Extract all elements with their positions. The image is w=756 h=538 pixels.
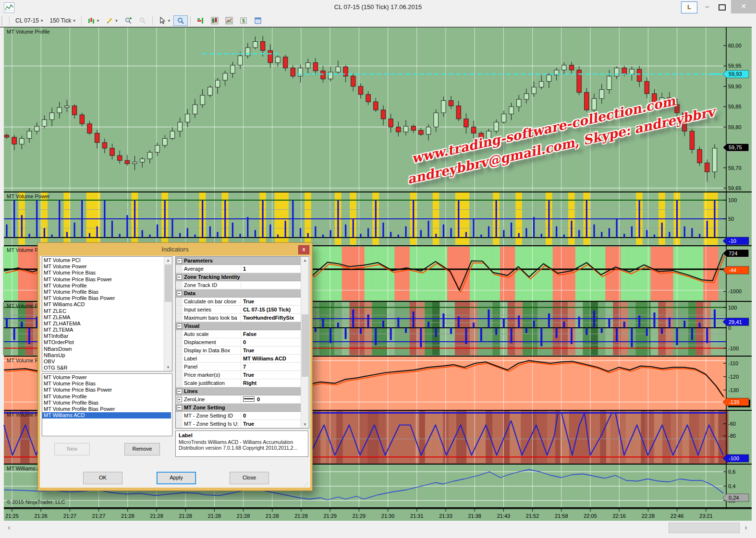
- property-row[interactable]: Price marker(s)True: [176, 371, 301, 379]
- list-item[interactable]: MT ZLTEMA: [42, 327, 164, 333]
- close-button-dialog[interactable]: Close: [230, 472, 269, 484]
- svg-text:21:43: 21:43: [497, 513, 511, 519]
- chart-trader-button[interactable]: [193, 15, 207, 26]
- instrument-dropdown[interactable]: CL 07-15▾: [12, 16, 46, 25]
- cursor-button[interactable]: ▾: [155, 15, 174, 26]
- property-group-row[interactable]: −Data: [176, 289, 301, 298]
- svg-text:100: 100: [728, 305, 737, 311]
- list-item[interactable]: MT Volume Price Bias: [42, 381, 171, 387]
- candle: [630, 69, 634, 74]
- list-item[interactable]: MT Volume Profile Bias: [42, 400, 171, 406]
- scroll-right-icon[interactable]: ›: [739, 522, 753, 533]
- property-row[interactable]: Input seriesCL 07-15 (150 Tick): [176, 306, 301, 314]
- list-item[interactable]: MT Volume Profile Bias Power: [42, 295, 164, 301]
- property-row[interactable]: MT - Zone Setting Is U:True: [176, 420, 301, 428]
- property-row[interactable]: Scale justificationRight: [176, 379, 301, 387]
- remove-button[interactable]: Remove: [124, 443, 160, 455]
- property-row[interactable]: Display in Data BoxTrue: [176, 347, 301, 355]
- candle: [494, 122, 499, 132]
- property-row[interactable]: LabelMT Williams ACD: [176, 355, 301, 363]
- candle: [170, 131, 174, 138]
- list-item[interactable]: MT Volume Power: [42, 263, 164, 270]
- svg-text:MT Volume Power: MT Volume Power: [7, 193, 50, 199]
- chart-properties-button[interactable]: [251, 15, 265, 26]
- svg-text:29,41: 29,41: [729, 319, 742, 325]
- list-item[interactable]: MT ZLEC: [42, 308, 164, 314]
- toolbar-grip[interactable]: [1, 16, 5, 25]
- property-row[interactable]: Auto scaleFalse: [176, 330, 301, 338]
- list-item[interactable]: NBarsUp: [42, 352, 164, 359]
- list-item[interactable]: MT Williams ACD: [42, 301, 164, 308]
- configured-indicators-list[interactable]: MT Volume PowerMT Volume Price BiasMT Vo…: [42, 373, 172, 436]
- property-row[interactable]: Maximum bars look baTwoHundredFiftySix: [176, 314, 301, 322]
- list-item[interactable]: MT Volume Profile: [42, 394, 171, 400]
- property-row[interactable]: +ZeroLine0: [176, 395, 301, 404]
- svg-text:0,24: 0,24: [729, 495, 739, 501]
- candle: [147, 152, 152, 159]
- available-indicators-list[interactable]: MT Volume PCIMT Volume PowerMT Volume Pr…: [42, 256, 172, 371]
- candle: [215, 80, 219, 87]
- list-item[interactable]: MT Volume Power: [42, 374, 171, 381]
- list-item[interactable]: MT Volume Price Bias Power: [42, 387, 171, 393]
- svg-text:-130: -130: [728, 387, 739, 393]
- new-button[interactable]: New: [54, 443, 90, 455]
- property-grid-scrollbar[interactable]: ▲ ▼: [301, 257, 309, 428]
- regression-channel-button[interactable]: [222, 15, 236, 26]
- resize-grip[interactable]: ⋰: [304, 482, 309, 487]
- list-item[interactable]: MT Volume Price Bias: [42, 270, 164, 276]
- link-button[interactable]: L: [681, 1, 697, 13]
- property-row[interactable]: MT - Zone Setting ID0: [176, 412, 301, 420]
- list-item[interactable]: MTInfoBar: [42, 333, 164, 339]
- list-item[interactable]: MT Volume PCI: [42, 257, 164, 263]
- zoom-out-button[interactable]: [135, 15, 150, 26]
- data-series-button[interactable]: [207, 15, 222, 26]
- minimize-button[interactable]: –: [700, 1, 714, 12]
- list-item[interactable]: MT Williams ACD: [42, 412, 171, 418]
- property-group-row[interactable]: −Parameters: [176, 257, 301, 265]
- list-item[interactable]: MT Volume Profile: [42, 283, 164, 289]
- collapse-icon: −: [177, 389, 182, 394]
- close-button[interactable]: ✕: [731, 0, 756, 13]
- list-item[interactable]: OTG S&R: [42, 365, 164, 371]
- horizontal-scrollbar[interactable]: ‹ ›: [0, 521, 756, 534]
- property-row[interactable]: Average1: [176, 265, 301, 273]
- interval-dropdown[interactable]: 150 Tick▾: [46, 16, 78, 25]
- scroll-left-icon[interactable]: ‹: [2, 522, 16, 533]
- svg-text:59,85: 59,85: [728, 104, 742, 109]
- property-row[interactable]: Calculate on bar closeTrue: [176, 298, 301, 306]
- svg-text:59,80: 59,80: [728, 124, 742, 130]
- property-group-row[interactable]: −Lines: [176, 387, 301, 395]
- property-group-row[interactable]: −Zone Tracking Identity: [176, 273, 301, 281]
- list-item[interactable]: NBarsDown: [42, 346, 164, 352]
- available-list-scrollbar[interactable]: ▲ ▼: [164, 257, 172, 371]
- svg-text:0,6: 0,6: [728, 469, 735, 475]
- list-item[interactable]: MT Volume Profile Bias: [42, 289, 164, 295]
- dialog-close-button[interactable]: x: [298, 245, 309, 254]
- zoom-in-button[interactable]: [121, 15, 135, 26]
- candle: [712, 148, 717, 172]
- list-item[interactable]: MTOrderPlot: [42, 339, 164, 346]
- property-group-row[interactable]: −MT Zone Setting: [176, 404, 301, 412]
- property-row[interactable]: Zone Track ID: [176, 281, 301, 289]
- scrollbar-thumb[interactable]: [669, 523, 740, 533]
- chart-style-button[interactable]: ▾: [84, 15, 103, 26]
- maximize-button[interactable]: [715, 1, 729, 12]
- list-item[interactable]: OBV: [42, 359, 164, 365]
- crosshair-button[interactable]: [173, 15, 188, 26]
- drawing-tools-button[interactable]: ▾: [102, 15, 121, 26]
- list-item[interactable]: MT ZLEMA: [42, 314, 164, 321]
- property-row[interactable]: Panel7: [176, 363, 301, 371]
- property-row[interactable]: Displacement0: [176, 338, 301, 347]
- property-group-row[interactable]: −Visual: [176, 322, 301, 330]
- ok-button[interactable]: OK: [83, 472, 122, 484]
- account-dollar-button[interactable]: $: [236, 15, 251, 26]
- list-item[interactable]: MT Volume Profile Bias Power: [42, 406, 171, 412]
- svg-text:21:28: 21:28: [179, 513, 192, 519]
- apply-button[interactable]: Apply: [157, 472, 196, 484]
- data-series-icon: [211, 17, 219, 24]
- list-item[interactable]: MT Volume Price Bias Power: [42, 276, 164, 283]
- list-item[interactable]: MT ZLHATEMA: [42, 321, 164, 327]
- indicators-dialog: Indicators x MT Volume PCIMT Volume Powe…: [37, 242, 313, 491]
- property-grid[interactable]: −ParametersAverage1−Zone Tracking Identi…: [175, 256, 309, 429]
- candle: [253, 42, 257, 48]
